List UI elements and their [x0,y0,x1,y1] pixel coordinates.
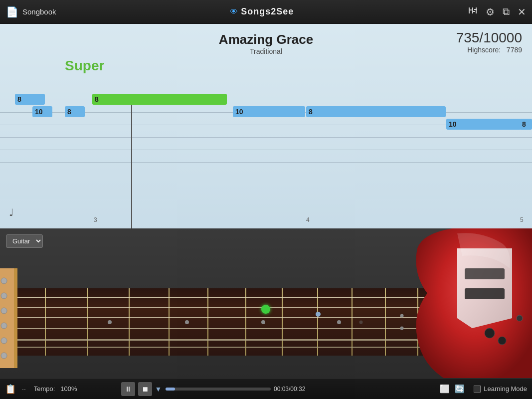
string-line-5 [0,150,532,150]
score-value: 735/10000 [456,30,522,46]
tab-bar: 8 [520,119,532,130]
song-title: Amazing Grace [219,32,313,47]
beat-marker-4: 4 [306,216,310,223]
svg-rect-7 [465,268,505,279]
loop-icon[interactable]: ⬜ [440,384,450,394]
playhead [131,94,132,228]
close-icon[interactable]: ✕ [518,6,526,18]
tab-fret-number: 8 [67,108,71,116]
file-icon[interactable]: 📄 [6,6,18,18]
fret-dot [400,327,404,330]
svg-rect-5 [474,9,477,10]
learning-mode-checkbox[interactable] [474,386,481,393]
feedback-label: Super [65,58,104,74]
tempo-value: 100% [60,385,77,393]
fret-dot [400,314,404,318]
fret-line [385,288,386,356]
svg-point-9 [498,337,506,345]
tempo-text: Tempo: [34,385,55,393]
control-bar: 📋 ·· Tempo: 100% ⏸ ⏹ ▼ 00:03/00:32 ⬜ 🔄 L… [0,378,532,399]
bottom-songbook-icon[interactable]: 📋 [5,384,16,395]
guitar-headstock [0,268,17,368]
hint-dot [316,312,321,317]
svg-point-17 [1,338,7,344]
highscore-label: Highscore: [467,46,501,54]
pause-button[interactable]: ⏸ [121,382,135,396]
fret-dot [337,320,341,324]
learning-mode-label: Learning Mode [484,385,527,393]
tab-bar: 8 [306,106,446,117]
logo-eye-icon: 👁 [230,7,238,16]
time-total: 00:32 [290,386,305,393]
instrument-selector[interactable]: Guitar [6,234,43,248]
svg-point-16 [1,323,7,329]
beat-marker-5: 5 [520,216,524,223]
song-artist: Traditional [219,47,313,55]
progress-bar[interactable] [166,388,271,391]
svg-rect-3 [472,11,475,12]
score-display: 735/10000 Highscore: 7789 [456,30,522,54]
fret-line [207,288,208,356]
music-note-icon: ♩ [9,206,13,218]
highscore: Highscore: 7789 [456,46,522,54]
settings-icon[interactable]: ⚙ [486,6,495,18]
topbar-right: ⚙⧉✕ [468,5,526,18]
tab-fret-number: 8 [95,95,99,103]
fret-line [317,288,318,356]
song-info: Amazing Grace Traditional [219,32,313,55]
score-area: Amazing Grace Traditional 735/10000 High… [0,24,532,228]
loop-funnel-icon[interactable]: ▼ [155,385,162,393]
songbook-label: Songbook [22,7,56,16]
playback-controls: ⏸ ⏹ ▼ [121,382,162,396]
tab-area: 8 8 10 8 10 8 10 8 3 4 [0,94,532,228]
guitar-area: Guitar [0,228,532,383]
fret-line [45,288,46,356]
guitar-render [0,228,532,383]
tempo-display: Tempo: 100% [34,385,77,393]
svg-rect-1 [469,9,472,10]
fret-dot [185,320,189,324]
svg-rect-4 [476,7,477,13]
tab-fret-number: 10 [235,108,243,116]
fret-dot [359,321,363,324]
fret-line [129,288,130,356]
svg-point-10 [517,315,523,321]
fret-line [352,288,353,356]
tab-fret-number: 8 [522,120,526,128]
topbar-left: 📄 Songbook [6,6,56,18]
topbar-center: 👁 Songs2See [230,6,294,17]
svg-point-13 [1,278,7,284]
progress-fill [166,388,175,391]
svg-point-14 [1,293,7,299]
bottom-dots-icon[interactable]: ·· [22,385,26,393]
beat-marker-3: 3 [94,216,97,223]
string-line-4 [0,137,532,138]
string-line-1 [0,100,532,100]
tab-fret-number: 10 [449,120,457,128]
tab-bar: 8 [92,94,227,105]
svg-point-15 [1,308,7,314]
progress-container: 00:03/00:32 [166,386,305,393]
fret-line [87,288,88,356]
tab-bar: 8 [15,94,45,105]
stop-button[interactable]: ⏹ [138,382,152,396]
window-icon[interactable]: ⧉ [503,6,510,17]
fret-dot [261,320,265,324]
tab-bar: 10 [446,119,521,130]
instrument-dropdown[interactable]: Guitar [6,234,43,248]
fret-line [169,288,170,356]
tab-fret-number: 8 [17,95,21,103]
topbar: 📄 Songbook 👁 Songs2See ⚙⧉✕ [0,0,532,24]
refresh-icon[interactable]: 🔄 [455,384,465,394]
time-current: 00:03 [274,386,289,393]
tab-fret-number: 10 [35,108,43,116]
svg-rect-6 [465,288,505,299]
mixer-icon[interactable] [468,5,478,18]
svg-rect-12 [14,268,17,368]
right-controls: ⬜ 🔄 Learning Mode [440,384,527,394]
svg-point-8 [485,328,495,338]
highscore-value: 7789 [507,46,522,54]
tab-bar: 10 [233,106,305,117]
fret-line [282,288,283,356]
svg-point-18 [1,353,7,359]
